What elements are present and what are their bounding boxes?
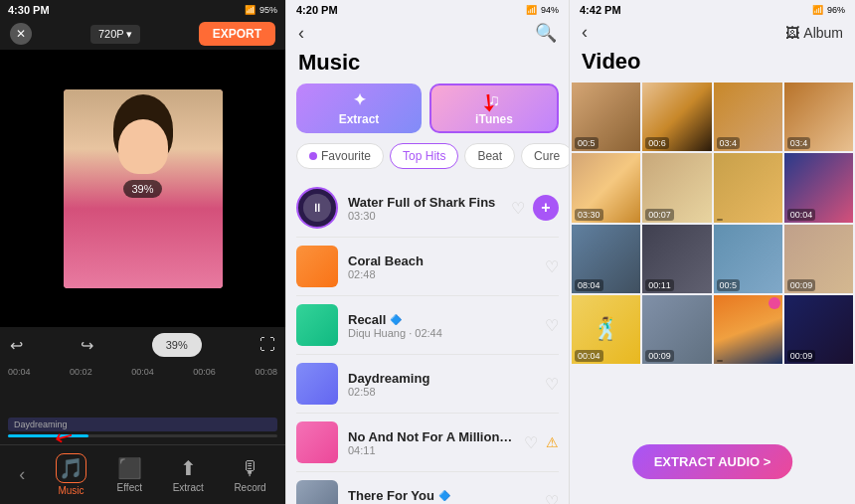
wifi-icon: 📶: [245, 5, 256, 15]
toolbar-extract[interactable]: ⬆ Extract: [173, 456, 204, 493]
video-cell-11[interactable]: 00:5: [714, 225, 782, 293]
add-song-button[interactable]: +: [533, 195, 559, 221]
prev-arrow[interactable]: ‹: [19, 464, 25, 485]
extract-icon: ⬆: [180, 456, 197, 480]
back-button-p3[interactable]: ‹: [582, 22, 588, 43]
video-cell-13[interactable]: 🕺 00:04: [572, 295, 640, 364]
album-button[interactable]: 🖼 Album: [785, 25, 843, 41]
video-cell-2[interactable]: 00:6: [642, 83, 711, 151]
time-p1: 4:30 PM: [8, 4, 50, 16]
video-cell-10[interactable]: 00:11: [642, 225, 711, 293]
heart-icon[interactable]: ♡: [511, 199, 525, 218]
controls-row: ↩ ↪ 39% ⛶: [0, 327, 285, 363]
video-cell-14[interactable]: 00:09: [642, 295, 711, 364]
song-name-there: There For You: [348, 488, 434, 503]
verified-icon-there: 🔷: [438, 490, 450, 501]
bottom-toolbar: ‹ 🎵 Music ⬛ Effect ⬆ Extract 🎙 Record: [0, 444, 285, 504]
duration-2: 00:6: [645, 137, 669, 149]
heart-icon-there[interactable]: ♡: [545, 492, 559, 505]
redo-icon[interactable]: ↪: [81, 336, 93, 355]
record-icon: 🎙: [241, 457, 260, 480]
extract-audio-button[interactable]: EXTRACT AUDIO >: [632, 444, 793, 479]
toolbar-music[interactable]: 🎵 Music: [56, 453, 86, 496]
music-list[interactable]: ⏸ Water Full of Shark Fins 03:30 ♡ + Cor…: [286, 179, 569, 504]
video-cell-5[interactable]: 03:30: [572, 153, 640, 222]
status-icons-p1: 📶 95%: [245, 5, 277, 15]
song-name-daydreaming: Daydreaming: [348, 371, 535, 386]
song-item-recall[interactable]: Recall 🔷 Diqu Huang · 02:44 ♡: [296, 296, 559, 355]
battery-icon: 95%: [259, 5, 277, 15]
filter-beat[interactable]: Beat: [464, 143, 515, 169]
song-info-there: There For You 🔷 ATQ · 02:35: [348, 488, 535, 505]
top-bar-p2: ‹ 🔍: [286, 18, 569, 50]
status-icons-p3: 📶 96%: [812, 5, 845, 15]
duration-14: 00:09: [645, 350, 674, 362]
song-actions-recall: ♡: [545, 316, 559, 335]
duration-6: 00:07: [645, 209, 674, 221]
timeline-area[interactable]: 00:04 00:02 00:04 00:06 00:08 +1.0 + Day…: [0, 363, 285, 444]
progress-fill: [8, 434, 88, 437]
song-meta-shark: 03:30: [348, 210, 501, 222]
zoom-level: 39%: [123, 180, 161, 198]
warning-icon: ⚠: [546, 434, 559, 450]
album-icon: 🖼: [785, 25, 799, 41]
filter-top-hits[interactable]: Top Hits: [390, 143, 458, 169]
timeline-timestamps: 00:04 00:02 00:04 00:06 00:08: [8, 367, 277, 377]
video-cell-6[interactable]: 00:07: [642, 153, 711, 222]
song-info-recall: Recall 🔷 Diqu Huang · 02:44: [348, 312, 535, 339]
video-cell-7[interactable]: [714, 153, 782, 222]
duration-4: 03:4: [787, 137, 811, 149]
resolution-selector[interactable]: 720P ▾: [90, 25, 140, 44]
close-button[interactable]: ✕: [10, 23, 32, 45]
back-button-p2[interactable]: ‹: [298, 23, 304, 44]
song-item-shark[interactable]: ⏸ Water Full of Shark Fins 03:30 ♡ +: [296, 179, 559, 238]
duration-12: 00:09: [787, 279, 816, 291]
video-cell-8[interactable]: 00:04: [784, 153, 853, 222]
song-meta-coral: 02:48: [348, 268, 535, 280]
heart-icon-nomillion[interactable]: ♡: [524, 433, 538, 452]
video-cell-4[interactable]: 03:4: [784, 83, 853, 151]
timeline-track[interactable]: +1.0 +: [8, 380, 277, 416]
song-name-coral: Coral Beach: [348, 253, 535, 268]
heart-icon-daydreaming[interactable]: ♡: [545, 375, 559, 394]
song-item-daydreaming[interactable]: Daydreaming 02:58 ♡: [296, 355, 559, 414]
song-actions-daydreaming: ♡: [545, 375, 559, 394]
song-thumb-recall: [296, 304, 338, 346]
fullscreen-icon[interactable]: ⛶: [259, 336, 275, 354]
video-cell-3[interactable]: 03:4: [714, 83, 782, 151]
video-cell-1[interactable]: 00:5: [572, 83, 640, 151]
song-name-row-there: There For You 🔷: [348, 488, 535, 503]
song-name-nomillion: No And Not For A Million Years Fea...: [348, 429, 514, 444]
fav-dot: [309, 152, 317, 160]
pause-icon: ⏸: [303, 194, 331, 222]
search-button-p2[interactable]: 🔍: [535, 22, 557, 44]
video-cell-16[interactable]: 00:09: [784, 295, 853, 364]
top-bar-p1: ✕ 720P ▾ EXPORT: [0, 18, 285, 50]
undo-icon[interactable]: ↩: [10, 336, 23, 355]
extract-tab[interactable]: ✦ Extract: [296, 84, 422, 133]
video-grid-container: 00:5 00:6 03:4 03:4 03:30 00:07 00:04: [570, 83, 855, 504]
duration-16: 00:09: [787, 350, 816, 362]
music-title: Music: [286, 50, 569, 84]
video-cell-9[interactable]: 08:04: [572, 225, 640, 293]
duration-10: 00:11: [645, 279, 674, 291]
toolbar-effect[interactable]: ⬛ Effect: [117, 456, 142, 493]
toolbar-record[interactable]: 🎙 Record: [234, 457, 265, 493]
video-cell-12[interactable]: 00:09: [784, 225, 853, 293]
duration-7: [717, 219, 723, 221]
heart-icon-recall[interactable]: ♡: [545, 316, 559, 335]
song-item-there[interactable]: There For You 🔷 ATQ · 02:35 ♡: [296, 472, 559, 504]
song-item-nomillion[interactable]: No And Not For A Million Years Fea... 04…: [296, 414, 559, 472]
video-editor-panel: 4:30 PM 📶 95% ✕ 720P ▾ EXPORT 39% ↩ ↪ 39…: [0, 0, 285, 504]
song-item-coral[interactable]: Coral Beach 02:48 ♡: [296, 238, 559, 296]
song-thumb-shark: ⏸: [296, 187, 338, 229]
duration-13: 00:04: [575, 350, 603, 362]
video-cell-15[interactable]: [714, 295, 782, 364]
heart-icon-coral[interactable]: ♡: [545, 257, 559, 276]
filter-cure[interactable]: Cure: [521, 143, 569, 169]
duration-1: 00:5: [575, 137, 598, 149]
export-button[interactable]: EXPORT: [199, 22, 275, 46]
filter-favourite[interactable]: Favourite: [296, 143, 384, 169]
video-grid[interactable]: 00:5 00:6 03:4 03:4 03:30 00:07 00:04: [570, 83, 855, 364]
music-label-bar: Daydreaming: [8, 418, 277, 431]
